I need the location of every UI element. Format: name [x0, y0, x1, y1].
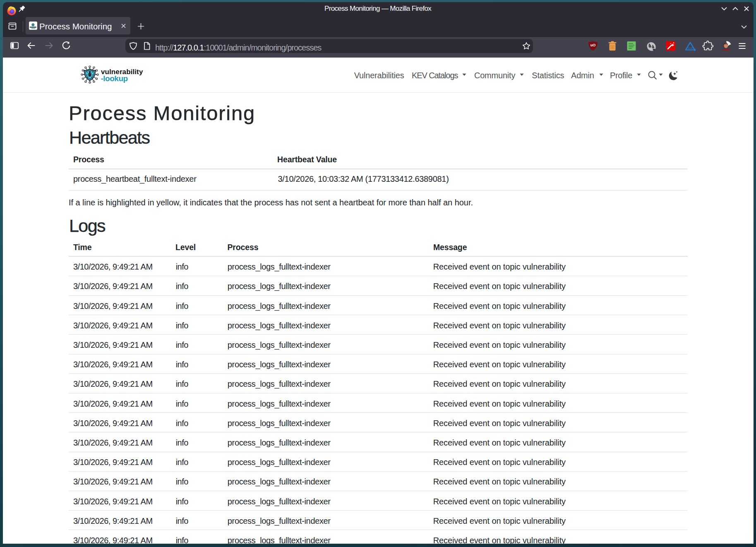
svg-text:CLR: CLR	[688, 47, 693, 49]
svg-text:uO: uO	[590, 43, 596, 47]
